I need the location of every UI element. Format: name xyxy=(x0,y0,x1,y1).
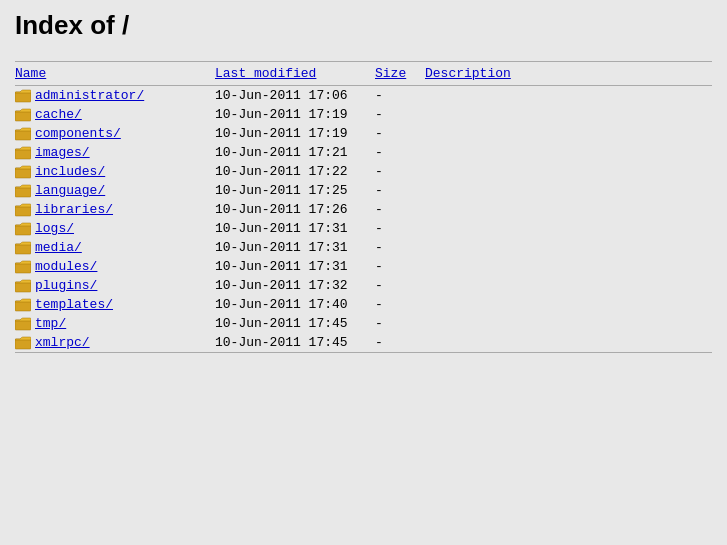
file-size-cell: - xyxy=(375,276,425,295)
file-modified-cell: 10-Jun-2011 17:45 xyxy=(215,314,375,333)
table-row: administrator/10-Jun-2011 17:06- xyxy=(15,86,712,106)
table-row: xmlrpc/10-Jun-2011 17:45- xyxy=(15,333,712,353)
column-header-description[interactable]: Description xyxy=(425,62,712,86)
file-name-cell: images/ xyxy=(15,143,215,162)
svg-rect-3 xyxy=(15,149,31,159)
folder-icon xyxy=(15,317,31,331)
table-row: logs/10-Jun-2011 17:31- xyxy=(15,219,712,238)
file-size-cell: - xyxy=(375,105,425,124)
table-footer-spacer xyxy=(15,353,712,377)
file-description-cell xyxy=(425,124,712,143)
svg-rect-13 xyxy=(15,339,31,349)
directory-link[interactable]: templates/ xyxy=(35,297,113,312)
page-title: Index of / xyxy=(15,10,712,41)
svg-rect-8 xyxy=(15,244,31,254)
folder-icon xyxy=(15,260,31,274)
file-modified-cell: 10-Jun-2011 17:22 xyxy=(215,162,375,181)
file-size-cell: - xyxy=(375,181,425,200)
file-name-cell: tmp/ xyxy=(15,314,215,333)
table-row: libraries/10-Jun-2011 17:26- xyxy=(15,200,712,219)
file-description-cell xyxy=(425,314,712,333)
file-description-cell xyxy=(425,105,712,124)
file-name-cell: administrator/ xyxy=(15,86,215,106)
directory-listing: Name Last modified Size Description admi… xyxy=(15,61,712,376)
svg-rect-2 xyxy=(15,130,31,140)
file-name-cell: cache/ xyxy=(15,105,215,124)
svg-rect-5 xyxy=(15,187,31,197)
folder-icon xyxy=(15,279,31,293)
file-name-cell: modules/ xyxy=(15,257,215,276)
file-description-cell xyxy=(425,181,712,200)
directory-link[interactable]: components/ xyxy=(35,126,121,141)
folder-icon xyxy=(15,336,31,350)
file-modified-cell: 10-Jun-2011 17:31 xyxy=(215,219,375,238)
table-footer-row xyxy=(15,353,712,377)
svg-rect-12 xyxy=(15,320,31,330)
column-header-name[interactable]: Name xyxy=(15,62,215,86)
sort-size-link[interactable]: Size xyxy=(375,66,406,81)
file-size-cell: - xyxy=(375,238,425,257)
directory-link[interactable]: media/ xyxy=(35,240,82,255)
folder-icon xyxy=(15,298,31,312)
folder-icon xyxy=(15,165,31,179)
table-row: includes/10-Jun-2011 17:22- xyxy=(15,162,712,181)
sort-desc-link[interactable]: Description xyxy=(425,66,511,81)
file-modified-cell: 10-Jun-2011 17:19 xyxy=(215,124,375,143)
svg-rect-7 xyxy=(15,225,31,235)
directory-link[interactable]: tmp/ xyxy=(35,316,66,331)
file-size-cell: - xyxy=(375,162,425,181)
directory-link[interactable]: includes/ xyxy=(35,164,105,179)
svg-rect-10 xyxy=(15,282,31,292)
svg-rect-0 xyxy=(15,92,31,102)
file-description-cell xyxy=(425,333,712,353)
file-modified-cell: 10-Jun-2011 17:21 xyxy=(215,143,375,162)
column-header-modified[interactable]: Last modified xyxy=(215,62,375,86)
file-modified-cell: 10-Jun-2011 17:31 xyxy=(215,238,375,257)
file-modified-cell: 10-Jun-2011 17:06 xyxy=(215,86,375,106)
file-size-cell: - xyxy=(375,143,425,162)
directory-link[interactable]: logs/ xyxy=(35,221,74,236)
directory-link[interactable]: libraries/ xyxy=(35,202,113,217)
table-row: tmp/10-Jun-2011 17:45- xyxy=(15,314,712,333)
file-size-cell: - xyxy=(375,219,425,238)
file-name-cell: xmlrpc/ xyxy=(15,333,215,353)
file-description-cell xyxy=(425,219,712,238)
sort-name-link[interactable]: Name xyxy=(15,66,46,81)
file-description-cell xyxy=(425,257,712,276)
file-description-cell xyxy=(425,276,712,295)
directory-link[interactable]: plugins/ xyxy=(35,278,97,293)
file-description-cell xyxy=(425,200,712,219)
svg-rect-11 xyxy=(15,301,31,311)
table-row: images/10-Jun-2011 17:21- xyxy=(15,143,712,162)
file-name-cell: logs/ xyxy=(15,219,215,238)
file-description-cell xyxy=(425,143,712,162)
folder-icon xyxy=(15,222,31,236)
file-modified-cell: 10-Jun-2011 17:40 xyxy=(215,295,375,314)
file-size-cell: - xyxy=(375,333,425,353)
table-row: language/10-Jun-2011 17:25- xyxy=(15,181,712,200)
directory-link[interactable]: modules/ xyxy=(35,259,97,274)
folder-icon xyxy=(15,146,31,160)
svg-rect-1 xyxy=(15,111,31,121)
folder-icon xyxy=(15,184,31,198)
file-size-cell: - xyxy=(375,257,425,276)
file-name-cell: includes/ xyxy=(15,162,215,181)
sort-modified-link[interactable]: Last modified xyxy=(215,66,316,81)
svg-rect-4 xyxy=(15,168,31,178)
directory-link[interactable]: cache/ xyxy=(35,107,82,122)
file-name-cell: templates/ xyxy=(15,295,215,314)
column-header-size[interactable]: Size xyxy=(375,62,425,86)
file-size-cell: - xyxy=(375,295,425,314)
directory-link[interactable]: language/ xyxy=(35,183,105,198)
file-modified-cell: 10-Jun-2011 17:32 xyxy=(215,276,375,295)
folder-icon xyxy=(15,108,31,122)
table-header-row: Name Last modified Size Description xyxy=(15,62,712,86)
directory-link[interactable]: xmlrpc/ xyxy=(35,335,90,350)
directory-link[interactable]: images/ xyxy=(35,145,90,160)
table-row: media/10-Jun-2011 17:31- xyxy=(15,238,712,257)
folder-icon xyxy=(15,241,31,255)
table-row: components/10-Jun-2011 17:19- xyxy=(15,124,712,143)
table-row: cache/10-Jun-2011 17:19- xyxy=(15,105,712,124)
directory-link[interactable]: administrator/ xyxy=(35,88,144,103)
table-row: modules/10-Jun-2011 17:31- xyxy=(15,257,712,276)
